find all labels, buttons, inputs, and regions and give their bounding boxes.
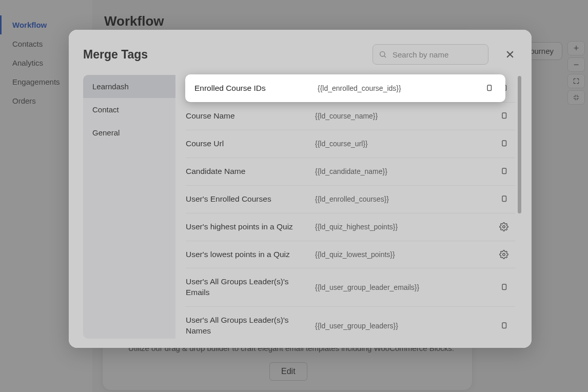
tag-label: User's All Groups Leader(s)'s Emails [186,277,309,298]
copy-button[interactable] [482,84,496,93]
svg-line-1 [384,56,386,57]
tag-row[interactable]: Candidate Name {{ld_candidate_name}} [186,158,515,185]
svg-rect-6 [502,141,506,146]
category-learndash[interactable]: Learndash [83,75,175,98]
copy-icon [499,321,508,330]
copy-button[interactable] [497,139,511,148]
tag-code: {{ld_candidate_name}} [315,167,491,175]
copy-icon [499,167,508,176]
tag-label: User's lowest points in a Quiz [186,249,309,260]
tag-label: User's All Groups Leader(s)'s Names [186,315,309,337]
copy-button[interactable] [497,321,511,330]
tag-label: Course Name [186,111,309,122]
tag-row[interactable]: User's lowest points in a Quiz {{ld_quiz… [186,241,515,268]
gear-icon [499,250,508,259]
copy-button[interactable] [497,111,511,121]
svg-point-0 [380,52,385,56]
tag-row[interactable]: User's highest points in a Quiz {{ld_qui… [186,213,515,241]
tag-code: {{ld_user_group_leaders}} [315,322,491,330]
tag-code: {{ld_course_url}} [315,140,491,148]
copy-button[interactable] [497,167,511,176]
copy-button[interactable] [497,283,511,292]
search-wrap [373,44,488,65]
svg-point-9 [503,226,505,228]
gear-icon [499,222,508,231]
close-button[interactable] [503,47,517,62]
svg-rect-12 [502,323,506,328]
copy-icon [499,283,508,292]
scrollbar[interactable] [518,76,521,213]
tag-label: Enrolled Course IDs [194,83,318,94]
copy-icon [499,139,508,148]
settings-button[interactable] [497,250,511,259]
settings-button[interactable] [497,222,511,231]
svg-rect-8 [502,196,506,202]
copy-button[interactable] [497,194,511,204]
tag-label: Course Url [186,139,309,149]
tag-row[interactable]: Course Name {{ld_course_name}} [186,102,515,130]
svg-point-10 [503,253,505,256]
svg-rect-7 [502,168,506,174]
highlighted-tag-row[interactable]: Enrolled Course IDs {{ld_enrolled_course… [185,74,505,102]
tags-panel[interactable]: Enrolled Course IDs {{ld_enrolled_course… [175,75,522,339]
tag-code: {{ld_enrolled_courses}} [315,195,491,203]
tag-code: {{ld_quiz_highest_points}} [315,223,491,231]
category-general[interactable]: General [83,121,175,144]
copy-icon [499,111,508,121]
tag-row[interactable]: User's All Groups Leader(s)'s Emails {{l… [186,268,515,306]
tag-code: {{ld_quiz_lowest_points}} [315,250,491,259]
modal-body: Learndash Contact General Enrolled Cours… [69,75,532,348]
svg-rect-11 [502,284,506,290]
search-input[interactable] [373,44,488,65]
category-contact[interactable]: Contact [83,98,175,121]
category-list: Learndash Contact General [83,75,175,339]
copy-icon [484,84,494,93]
modal-header: Merge Tags [69,30,532,75]
tag-row[interactable]: User's Enrolled Courses {{ld_enrolled_co… [186,185,515,213]
tag-code: {{ld_enrolled_course_ids}} [318,84,482,92]
tag-row[interactable]: Course Url {{ld_course_url}} [186,130,515,158]
svg-rect-13 [487,85,492,91]
svg-rect-5 [502,113,506,119]
copy-icon [499,194,508,204]
tag-row[interactable]: User's All Groups Leader(s)'s Names {{ld… [186,306,515,339]
modal-title: Merge Tags [83,48,148,62]
tag-label: Candidate Name [186,166,309,177]
tag-label: User's highest points in a Quiz [186,222,309,232]
tag-label: User's Enrolled Courses [186,194,309,205]
tag-code: {{ld_user_group_leader_emails}} [315,283,491,291]
tag-code: {{ld_course_name}} [315,112,491,120]
close-icon [505,49,515,60]
search-icon [379,50,387,58]
